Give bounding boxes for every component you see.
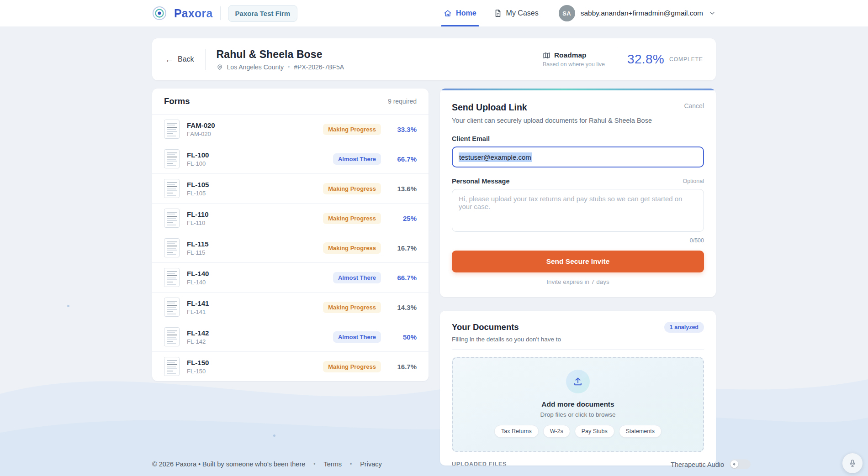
form-progress-percent: 16.7% bbox=[388, 244, 417, 252]
optional-label: Optional bbox=[683, 178, 704, 184]
progress-percent: 32.8% bbox=[627, 52, 664, 67]
form-progress-percent: 13.6% bbox=[388, 185, 417, 193]
form-row[interactable]: FL-150 FL-150 Making Progress 16.7% bbox=[152, 351, 429, 381]
send-secure-invite-button[interactable]: Send Secure Invite bbox=[452, 251, 704, 272]
roadmap-label: Roadmap bbox=[554, 51, 587, 59]
separator-dot: • bbox=[350, 461, 352, 467]
personal-message-textarea[interactable] bbox=[452, 189, 704, 232]
dropzone-title: Add more documents bbox=[457, 400, 699, 408]
nav-home[interactable]: Home bbox=[444, 0, 476, 26]
form-name: FL-142 bbox=[187, 329, 326, 337]
dropzone-subtitle: Drop files or click to browse bbox=[457, 411, 699, 418]
copyright-text: © 2026 Paxora • Built by someone who's b… bbox=[152, 460, 305, 468]
brand-name[interactable]: Paxora bbox=[174, 7, 213, 20]
document-icon bbox=[494, 9, 502, 17]
roadmap-subtitle: Based on where you live bbox=[543, 61, 605, 68]
form-progress-percent: 66.7% bbox=[388, 274, 417, 282]
client-email-input[interactable]: testuser@example.com bbox=[452, 146, 704, 167]
form-status-badge: Making Progress bbox=[323, 302, 381, 313]
form-progress-percent: 50% bbox=[388, 333, 417, 341]
document-type-chip[interactable]: Pay Stubs bbox=[575, 425, 614, 438]
form-code: FL-105 bbox=[187, 190, 316, 197]
therapeutic-audio-toggle[interactable] bbox=[730, 460, 751, 469]
form-thumbnail-icon bbox=[164, 179, 180, 198]
case-county: Los Angeles County bbox=[227, 63, 284, 71]
cancel-button[interactable]: Cancel bbox=[684, 102, 704, 110]
form-row[interactable]: FAM-020 FAM-020 Making Progress 33.3% bbox=[152, 115, 429, 144]
file-dropzone[interactable]: Add more documents Drop files or click t… bbox=[452, 357, 704, 452]
form-row[interactable]: FL-115 FL-115 Making Progress 16.7% bbox=[152, 233, 429, 262]
form-status-badge: Making Progress bbox=[323, 361, 381, 372]
chevron-down-icon[interactable] bbox=[709, 10, 716, 17]
back-arrow-icon: ← bbox=[165, 55, 174, 64]
documents-title: Your Documents bbox=[452, 322, 519, 332]
nav-my-cases-label: My Cases bbox=[506, 9, 539, 17]
user-menu[interactable]: SA sabby.anandan+firmadmin@gmail.com bbox=[559, 5, 716, 21]
document-type-chip[interactable]: Tax Returns bbox=[494, 425, 539, 438]
form-row[interactable]: FL-110 FL-110 Making Progress 25% bbox=[152, 203, 429, 233]
form-status-badge: Almost There bbox=[333, 331, 381, 343]
form-row[interactable]: FL-105 FL-105 Making Progress 13.6% bbox=[152, 173, 429, 203]
upload-panel-subtitle: Your client can securely upload document… bbox=[452, 117, 704, 124]
form-code: FL-100 bbox=[187, 160, 326, 167]
form-thumbnail-icon bbox=[164, 209, 180, 228]
roadmap-button[interactable]: Roadmap bbox=[543, 51, 605, 59]
privacy-link[interactable]: Privacy bbox=[360, 460, 382, 468]
character-count: 0/500 bbox=[452, 237, 704, 244]
nav-home-label: Home bbox=[456, 9, 476, 17]
documents-subtitle: Filling in the details so you don't have… bbox=[452, 336, 704, 350]
form-thumbnail-icon bbox=[164, 298, 180, 317]
form-code: FL-140 bbox=[187, 279, 326, 286]
forms-list: FAM-020 FAM-020 Making Progress 33.3% FL… bbox=[152, 115, 429, 381]
form-row[interactable]: FL-142 FL-142 Almost There 50% bbox=[152, 322, 429, 351]
form-name: FL-105 bbox=[187, 181, 316, 188]
back-button[interactable]: ← Back bbox=[165, 55, 194, 64]
microphone-button[interactable] bbox=[842, 453, 863, 473]
form-progress-percent: 14.3% bbox=[388, 303, 417, 311]
form-progress-percent: 25% bbox=[388, 214, 417, 222]
form-row[interactable]: FL-141 FL-141 Making Progress 14.3% bbox=[152, 292, 429, 322]
form-progress-percent: 66.7% bbox=[388, 155, 417, 163]
document-type-chip[interactable]: W-2s bbox=[543, 425, 570, 438]
your-documents-panel: Your Documents 1 analyzed Filling in the… bbox=[440, 311, 716, 466]
form-status-badge: Almost There bbox=[333, 153, 381, 165]
avatar[interactable]: SA bbox=[559, 5, 575, 21]
form-thumbnail-icon bbox=[164, 120, 180, 139]
form-name: FL-150 bbox=[187, 359, 316, 366]
nav-my-cases[interactable]: My Cases bbox=[494, 0, 539, 26]
upload-panel-title: Send Upload Link bbox=[452, 102, 527, 113]
speaker-icon bbox=[732, 462, 736, 466]
upload-icon bbox=[573, 377, 583, 387]
form-name: FL-100 bbox=[187, 151, 326, 159]
client-email-label: Client Email bbox=[452, 135, 490, 142]
document-type-chips: Tax ReturnsW-2sPay StubsStatements bbox=[457, 425, 699, 438]
microphone-icon bbox=[848, 459, 857, 467]
main-content: ← Back Rahul & Sheela Bose Los Angeles C… bbox=[152, 38, 716, 466]
form-status-badge: Making Progress bbox=[323, 124, 381, 135]
send-upload-link-panel: Send Upload Link Cancel Your client can … bbox=[440, 89, 716, 297]
progress-label: COMPLETE bbox=[669, 56, 703, 63]
back-label: Back bbox=[178, 55, 194, 63]
form-thumbnail-icon bbox=[164, 238, 180, 257]
document-type-chip[interactable]: Statements bbox=[619, 425, 662, 438]
paxora-logo-icon[interactable] bbox=[152, 6, 167, 21]
terms-link[interactable]: Terms bbox=[324, 460, 342, 468]
toggle-knob bbox=[730, 460, 738, 468]
form-name: FL-140 bbox=[187, 270, 326, 277]
forms-panel: Forms 9 required FAM-020 FAM-020 Making … bbox=[152, 89, 429, 381]
form-row[interactable]: FL-140 FL-140 Almost There 66.7% bbox=[152, 262, 429, 292]
divider bbox=[205, 49, 206, 70]
form-code: FL-110 bbox=[187, 220, 316, 226]
form-row[interactable]: FL-100 FL-100 Almost There 66.7% bbox=[152, 144, 429, 173]
form-name: FL-141 bbox=[187, 299, 316, 307]
form-status-badge: Making Progress bbox=[323, 183, 381, 194]
forms-title: Forms bbox=[164, 96, 190, 106]
separator-dot: • bbox=[313, 461, 315, 467]
therapeutic-audio-label: Therapeutic Audio bbox=[671, 460, 724, 468]
firm-badge[interactable]: Paxora Test Firm bbox=[228, 5, 298, 22]
divider bbox=[220, 6, 221, 20]
client-email-value: testuser@example.com bbox=[459, 152, 532, 162]
analyzed-badge: 1 analyzed bbox=[664, 322, 704, 333]
invite-expiry-note: Invite expires in 7 days bbox=[452, 278, 704, 285]
form-progress-percent: 33.3% bbox=[388, 126, 417, 133]
